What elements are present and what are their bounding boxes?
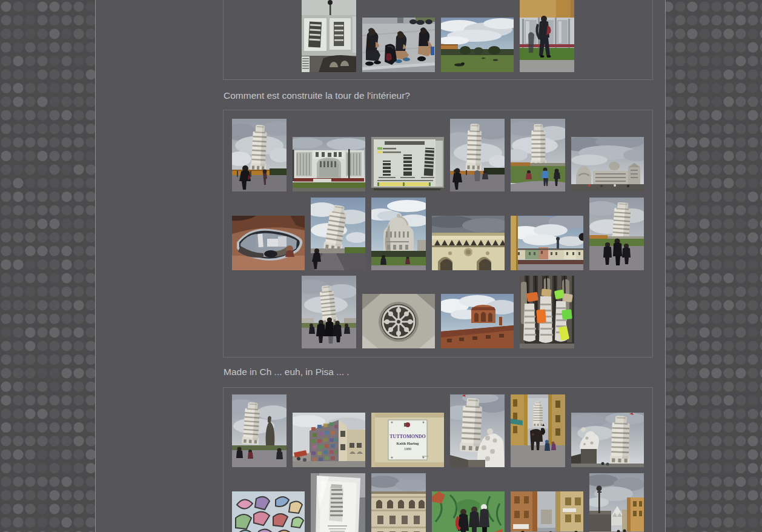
- svg-text:pisa.it: pisa.it: [422, 454, 429, 457]
- svg-text:1989: 1989: [404, 447, 411, 451]
- svg-text:TUTTOMONDO: TUTTOMONDO: [389, 434, 425, 439]
- svg-text:Keith Haring: Keith Haring: [396, 441, 419, 445]
